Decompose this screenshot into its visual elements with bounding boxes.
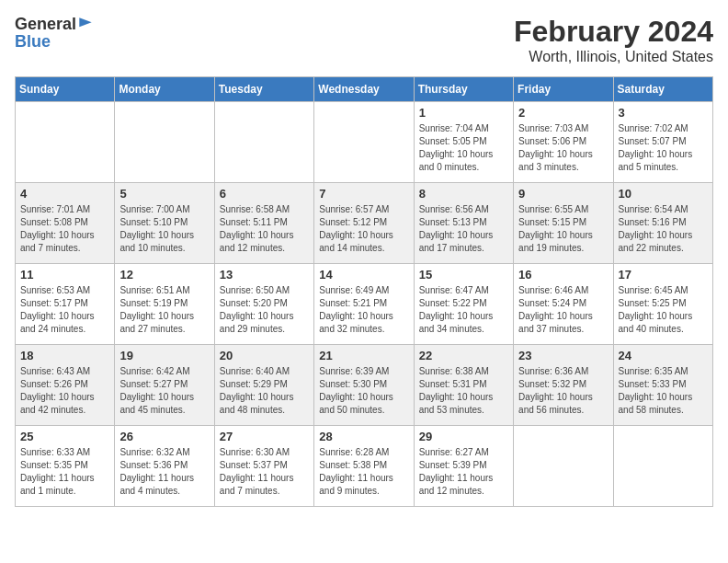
calendar-cell xyxy=(514,426,613,507)
calendar-cell: 6Sunrise: 6:58 AM Sunset: 5:11 PM Daylig… xyxy=(214,183,313,264)
day-number: 16 xyxy=(518,268,608,282)
day-number: 4 xyxy=(20,187,109,201)
day-info: Sunrise: 7:01 AM Sunset: 5:08 PM Dayligh… xyxy=(20,203,109,255)
month-title: February 2024 xyxy=(514,15,713,49)
day-number: 27 xyxy=(220,430,309,443)
calendar-cell xyxy=(115,102,214,183)
calendar-cell: 13Sunrise: 6:50 AM Sunset: 5:20 PM Dayli… xyxy=(214,264,313,345)
day-info: Sunrise: 6:42 AM Sunset: 5:27 PM Dayligh… xyxy=(119,365,209,417)
calendar-cell: 28Sunrise: 6:28 AM Sunset: 5:38 PM Dayli… xyxy=(314,426,414,507)
day-info: Sunrise: 6:49 AM Sunset: 5:21 PM Dayligh… xyxy=(319,284,408,336)
day-info: Sunrise: 6:32 AM Sunset: 5:36 PM Dayligh… xyxy=(119,446,209,498)
calendar-cell xyxy=(16,102,115,183)
svg-marker-0 xyxy=(79,17,91,27)
day-info: Sunrise: 6:50 AM Sunset: 5:20 PM Dayligh… xyxy=(220,284,309,336)
calendar-header-row: SundayMondayTuesdayWednesdayThursdayFrid… xyxy=(16,77,713,102)
day-info: Sunrise: 6:30 AM Sunset: 5:37 PM Dayligh… xyxy=(220,446,309,498)
day-number: 21 xyxy=(319,349,408,362)
calendar-cell: 25Sunrise: 6:33 AM Sunset: 5:35 PM Dayli… xyxy=(16,426,115,507)
calendar-week-row: 11Sunrise: 6:53 AM Sunset: 5:17 PM Dayli… xyxy=(16,264,713,345)
day-info: Sunrise: 6:55 AM Sunset: 5:15 PM Dayligh… xyxy=(518,203,608,255)
title-area: February 2024 Worth, Illinois, United St… xyxy=(514,15,713,65)
calendar-cell: 21Sunrise: 6:39 AM Sunset: 5:30 PM Dayli… xyxy=(314,345,414,426)
day-info: Sunrise: 6:40 AM Sunset: 5:29 PM Dayligh… xyxy=(220,365,309,417)
calendar-body: 1Sunrise: 7:04 AM Sunset: 5:05 PM Daylig… xyxy=(16,102,713,507)
day-info: Sunrise: 6:36 AM Sunset: 5:32 PM Dayligh… xyxy=(518,365,608,417)
day-number: 12 xyxy=(119,268,209,282)
day-number: 29 xyxy=(419,430,508,443)
calendar-header-cell-monday: Monday xyxy=(115,77,214,102)
day-number: 5 xyxy=(119,187,209,201)
day-info: Sunrise: 7:00 AM Sunset: 5:10 PM Dayligh… xyxy=(119,203,209,255)
day-info: Sunrise: 6:28 AM Sunset: 5:38 PM Dayligh… xyxy=(319,446,408,498)
day-info: Sunrise: 6:56 AM Sunset: 5:13 PM Dayligh… xyxy=(419,203,508,255)
location-subtitle: Worth, Illinois, United States xyxy=(514,49,713,65)
day-number: 6 xyxy=(220,187,309,201)
calendar-table: SundayMondayTuesdayWednesdayThursdayFrid… xyxy=(15,76,713,507)
day-number: 24 xyxy=(619,349,708,362)
calendar-cell: 18Sunrise: 6:43 AM Sunset: 5:26 PM Dayli… xyxy=(16,345,115,426)
calendar-cell xyxy=(314,102,414,183)
calendar-cell: 29Sunrise: 6:27 AM Sunset: 5:39 PM Dayli… xyxy=(414,426,513,507)
calendar-cell xyxy=(613,426,712,507)
calendar-cell: 7Sunrise: 6:57 AM Sunset: 5:12 PM Daylig… xyxy=(314,183,414,264)
day-number: 13 xyxy=(220,268,309,282)
calendar-cell: 9Sunrise: 6:55 AM Sunset: 5:15 PM Daylig… xyxy=(514,183,613,264)
calendar-cell: 27Sunrise: 6:30 AM Sunset: 5:37 PM Dayli… xyxy=(214,426,313,507)
day-number: 23 xyxy=(518,349,608,362)
day-info: Sunrise: 6:46 AM Sunset: 5:24 PM Dayligh… xyxy=(518,284,608,336)
day-number: 8 xyxy=(419,187,508,201)
day-number: 17 xyxy=(619,268,708,282)
day-info: Sunrise: 6:58 AM Sunset: 5:11 PM Dayligh… xyxy=(220,203,309,255)
day-info: Sunrise: 6:45 AM Sunset: 5:25 PM Dayligh… xyxy=(619,284,708,336)
header: General Blue February 2024 Worth, Illino… xyxy=(15,15,713,65)
day-info: Sunrise: 6:35 AM Sunset: 5:33 PM Dayligh… xyxy=(619,365,708,417)
day-info: Sunrise: 6:47 AM Sunset: 5:22 PM Dayligh… xyxy=(419,284,508,336)
calendar-cell: 17Sunrise: 6:45 AM Sunset: 5:25 PM Dayli… xyxy=(613,264,712,345)
calendar-cell: 2Sunrise: 7:03 AM Sunset: 5:06 PM Daylig… xyxy=(514,102,613,183)
calendar-header-cell-tuesday: Tuesday xyxy=(214,77,313,102)
calendar-week-row: 4Sunrise: 7:01 AM Sunset: 5:08 PM Daylig… xyxy=(16,183,713,264)
day-info: Sunrise: 7:04 AM Sunset: 5:05 PM Dayligh… xyxy=(419,122,508,174)
day-info: Sunrise: 6:53 AM Sunset: 5:17 PM Dayligh… xyxy=(20,284,109,336)
day-info: Sunrise: 6:33 AM Sunset: 5:35 PM Dayligh… xyxy=(20,446,109,498)
day-info: Sunrise: 7:02 AM Sunset: 5:07 PM Dayligh… xyxy=(619,122,708,174)
day-number: 7 xyxy=(319,187,408,201)
day-info: Sunrise: 6:27 AM Sunset: 5:39 PM Dayligh… xyxy=(419,446,508,498)
calendar-cell: 10Sunrise: 6:54 AM Sunset: 5:16 PM Dayli… xyxy=(613,183,712,264)
day-number: 15 xyxy=(419,268,508,282)
calendar-header-cell-sunday: Sunday xyxy=(16,77,115,102)
day-info: Sunrise: 6:39 AM Sunset: 5:30 PM Dayligh… xyxy=(319,365,408,417)
day-number: 28 xyxy=(319,430,408,443)
calendar-cell: 4Sunrise: 7:01 AM Sunset: 5:08 PM Daylig… xyxy=(16,183,115,264)
day-number: 9 xyxy=(518,187,608,201)
day-number: 11 xyxy=(20,268,109,282)
calendar-week-row: 1Sunrise: 7:04 AM Sunset: 5:05 PM Daylig… xyxy=(16,102,713,183)
day-info: Sunrise: 6:43 AM Sunset: 5:26 PM Dayligh… xyxy=(20,365,109,417)
day-info: Sunrise: 6:51 AM Sunset: 5:19 PM Dayligh… xyxy=(119,284,209,336)
calendar-cell: 3Sunrise: 7:02 AM Sunset: 5:07 PM Daylig… xyxy=(613,102,712,183)
day-number: 20 xyxy=(220,349,309,362)
calendar-header-cell-wednesday: Wednesday xyxy=(314,77,414,102)
day-number: 22 xyxy=(419,349,508,362)
calendar-cell: 15Sunrise: 6:47 AM Sunset: 5:22 PM Dayli… xyxy=(414,264,513,345)
calendar-header-cell-friday: Friday xyxy=(514,77,613,102)
day-number: 26 xyxy=(119,430,209,443)
day-number: 18 xyxy=(20,349,109,362)
calendar-cell: 22Sunrise: 6:38 AM Sunset: 5:31 PM Dayli… xyxy=(414,345,513,426)
calendar-cell: 12Sunrise: 6:51 AM Sunset: 5:19 PM Dayli… xyxy=(115,264,214,345)
day-number: 14 xyxy=(319,268,408,282)
calendar-cell xyxy=(214,102,313,183)
day-number: 3 xyxy=(619,106,708,120)
calendar-week-row: 25Sunrise: 6:33 AM Sunset: 5:35 PM Dayli… xyxy=(16,426,713,507)
calendar-header-cell-saturday: Saturday xyxy=(613,77,712,102)
day-info: Sunrise: 6:38 AM Sunset: 5:31 PM Dayligh… xyxy=(419,365,508,417)
calendar-cell: 26Sunrise: 6:32 AM Sunset: 5:36 PM Dayli… xyxy=(115,426,214,507)
logo-flag-icon xyxy=(76,15,95,33)
logo-text-general: General xyxy=(15,16,76,32)
day-info: Sunrise: 6:57 AM Sunset: 5:12 PM Dayligh… xyxy=(319,203,408,255)
day-info: Sunrise: 7:03 AM Sunset: 5:06 PM Dayligh… xyxy=(518,122,608,174)
calendar-cell: 14Sunrise: 6:49 AM Sunset: 5:21 PM Dayli… xyxy=(314,264,414,345)
logo: General Blue xyxy=(15,15,95,51)
day-info: Sunrise: 6:54 AM Sunset: 5:16 PM Dayligh… xyxy=(619,203,708,255)
